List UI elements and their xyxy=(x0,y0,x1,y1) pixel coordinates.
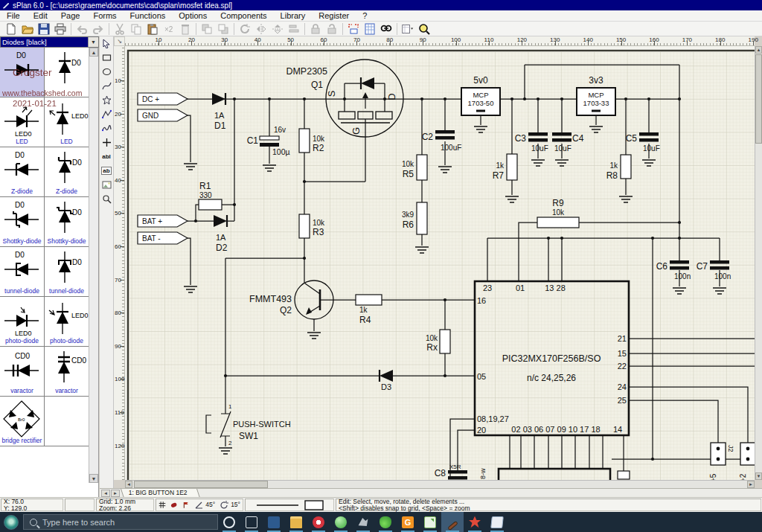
library-item-led-v[interactable]: LED0 LED xyxy=(45,97,89,147)
splan-icon[interactable] xyxy=(441,512,464,532)
menu-item-register[interactable]: Register xyxy=(312,11,356,20)
library-item-diode-v[interactable]: D0 xyxy=(45,48,89,97)
library-item-tunnel-v[interactable]: D0 tunnel-diode xyxy=(45,247,89,297)
calculator-icon[interactable] xyxy=(263,512,285,532)
save-icon[interactable] xyxy=(36,22,52,36)
scroll-up-icon[interactable]: ▲ xyxy=(755,46,762,54)
menu-item-options[interactable]: Options xyxy=(172,11,214,20)
library-category-dropdown[interactable]: Diodes [black] ▼ xyxy=(0,36,99,48)
gimp-icon[interactable] xyxy=(397,512,419,532)
notepad-icon[interactable] xyxy=(486,512,508,532)
menu-item-forms[interactable]: Forms xyxy=(86,11,123,20)
scroll-left-icon[interactable]: ◄ xyxy=(125,481,132,488)
bezier-tool-icon[interactable] xyxy=(100,79,113,93)
scroll-down-icon[interactable]: ▼ xyxy=(755,472,762,480)
green-app-icon[interactable] xyxy=(330,512,352,532)
library-item-photodiode-v[interactable]: LED0 photo-diode xyxy=(45,297,89,347)
vertical-scrollbar[interactable]: ▲ ▼ xyxy=(755,46,762,480)
cut-icon[interactable] xyxy=(112,22,128,36)
zoom-tool-icon[interactable] xyxy=(100,192,113,206)
copy-icon[interactable] xyxy=(128,22,144,36)
start-button[interactable] xyxy=(4,515,19,530)
zoom-icon[interactable] xyxy=(416,22,432,36)
chemistry-app-icon[interactable] xyxy=(374,512,397,532)
delete-icon[interactable] xyxy=(177,22,193,36)
scroll-up-icon[interactable]: ▲ xyxy=(89,48,98,57)
horizontal-scroll-thumb[interactable] xyxy=(134,481,268,488)
grid-toggle-icon[interactable] xyxy=(159,500,166,510)
tab-prev-icon[interactable]: ◄ xyxy=(101,490,110,497)
new-file-icon[interactable] xyxy=(3,22,19,36)
ruler-corner[interactable]: ↘ xyxy=(114,36,125,46)
vertical-scroll-thumb[interactable] xyxy=(755,54,762,144)
label-tool-icon[interactable]: ab xyxy=(100,164,113,178)
library-item-shottky-v[interactable]: D0 Shottky-diode xyxy=(45,197,89,247)
menu-item-page[interactable]: Page xyxy=(54,11,87,20)
library-item-zdiode-h[interactable]: D0 Z-diode xyxy=(0,147,45,197)
sheet-select-icon[interactable] xyxy=(400,22,416,36)
library-item-tunnel-h[interactable]: D0 tunnel-diode xyxy=(0,247,45,297)
dropdown-arrow-icon[interactable]: ▼ xyxy=(88,37,98,47)
node-tool-icon[interactable] xyxy=(100,135,113,150)
pen-color-icon[interactable] xyxy=(170,500,178,510)
menu-item-file[interactable]: File xyxy=(0,11,27,20)
freehand-tool-icon[interactable] xyxy=(100,121,113,135)
library-item-varactor-v[interactable]: CD0 varactor xyxy=(45,347,89,397)
mirror-horizontal-icon[interactable] xyxy=(253,22,269,36)
taskbar-search[interactable]: Type here to search xyxy=(23,514,218,530)
angle-snap[interactable]: 45° xyxy=(194,500,215,510)
menu-item-help[interactable]: ? xyxy=(356,11,374,20)
paint-icon[interactable] xyxy=(352,512,374,532)
file-explorer-icon[interactable] xyxy=(285,512,307,532)
scroll-down-icon[interactable]: ▼ xyxy=(89,474,98,483)
unlock-icon[interactable] xyxy=(324,22,340,36)
search-icon[interactable] xyxy=(378,22,394,36)
undo-icon[interactable] xyxy=(74,22,90,36)
tab-next-icon[interactable]: ► xyxy=(111,490,120,497)
page-properties-icon[interactable] xyxy=(362,22,378,36)
library-item-led-h[interactable]: LED0 LED xyxy=(0,97,45,147)
scroll-right-icon[interactable]: ► xyxy=(747,481,755,488)
fill-style-sample[interactable] xyxy=(304,500,324,510)
polyline-tool-icon[interactable] xyxy=(100,107,113,121)
print-icon[interactable] xyxy=(52,22,68,36)
align-icon[interactable] xyxy=(286,22,302,36)
menu-item-functions[interactable]: Functions xyxy=(124,11,173,20)
library-item-varactor-h[interactable]: CD0 varactor xyxy=(0,347,45,397)
opera-icon[interactable] xyxy=(307,512,330,532)
lock-icon[interactable] xyxy=(307,22,324,36)
red-app-icon[interactable] xyxy=(464,512,486,532)
horizontal-scrollbar[interactable]: ◄ ► xyxy=(125,480,755,488)
open-file-icon[interactable] xyxy=(19,22,36,36)
library-item-photodiode-h[interactable]: LED0 photo-diode xyxy=(0,297,45,347)
duplicate-icon[interactable]: ×2 xyxy=(161,22,177,36)
clip-region-icon[interactable] xyxy=(345,22,362,36)
text-tool-icon[interactable]: abl xyxy=(100,150,113,164)
menu-item-library[interactable]: Library xyxy=(274,11,313,20)
redo-icon[interactable] xyxy=(90,22,106,36)
menu-item-components[interactable]: Components xyxy=(214,11,273,20)
cortana-icon[interactable] xyxy=(218,512,240,532)
paste-icon[interactable] xyxy=(144,22,161,36)
rotate-step[interactable]: 15° xyxy=(220,500,240,510)
special-form-tool-icon[interactable] xyxy=(100,93,113,107)
library-item-diode-h[interactable]: D0 xyxy=(0,48,45,97)
bring-front-icon[interactable] xyxy=(199,22,215,36)
rotate-icon[interactable] xyxy=(237,22,253,36)
library-item-zdiode-v[interactable]: D0 Z-diode xyxy=(45,147,89,197)
send-back-icon[interactable] xyxy=(215,22,231,36)
menu-item-edit[interactable]: Edit xyxy=(27,11,54,20)
flag-icon[interactable] xyxy=(182,500,190,510)
library-scrollbar[interactable]: ▲ ▼ xyxy=(89,48,98,483)
library-item-shottky-h[interactable]: D0 Shottky-diode xyxy=(0,197,45,247)
select-tool-icon[interactable] xyxy=(100,36,113,51)
rectangle-tool-icon[interactable] xyxy=(100,51,113,65)
line-style-sample[interactable] xyxy=(255,501,300,509)
ellipse-tool-icon[interactable] xyxy=(100,65,113,79)
library-item-bridge-rectifier[interactable]: Br0 bridge rectifier xyxy=(0,397,45,446)
libreoffice-icon[interactable] xyxy=(419,512,441,532)
schematic-canvas[interactable]: DC + GND BAT + BAT - 1A D1 1A D2 D3 xyxy=(125,46,755,480)
mirror-vertical-icon[interactable] xyxy=(269,22,286,36)
task-view-icon[interactable] xyxy=(240,512,263,532)
image-tool-icon[interactable] xyxy=(100,178,113,192)
